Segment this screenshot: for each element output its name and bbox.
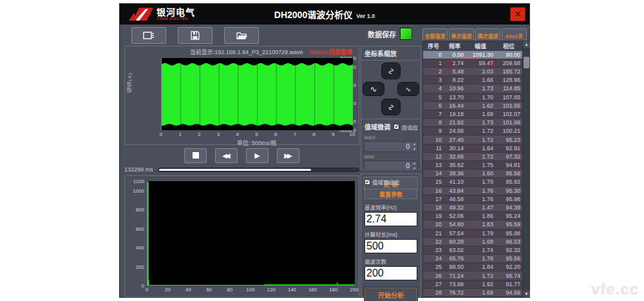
scroll-down-icon[interactable]: ▼ [523, 291, 530, 297]
table-cell: 1.66 [466, 77, 495, 83]
table-cell: 17 [423, 196, 444, 202]
open-file-button[interactable] [224, 27, 259, 44]
table-cell: 1.72 [466, 273, 495, 279]
table-cell: 1.86 [466, 213, 495, 219]
table-row[interactable]: 38.221.66128.96 [423, 76, 522, 84]
table-row[interactable]: 25.482.03165.72 [423, 68, 522, 76]
adaptive-checkbox[interactable]: ✓ 自适应 [393, 123, 418, 131]
table-row[interactable]: 1335.621.7594.81 [423, 161, 522, 170]
table-row[interactable]: 1027.401.7295.23 [423, 135, 522, 144]
table-row[interactable]: 2054.801.8395.59 [423, 220, 522, 229]
table-row[interactable]: 1541.101.7095.92 [423, 178, 522, 186]
table-cell: 35.62 [444, 162, 466, 168]
col-header-phase: 相位 [495, 42, 522, 50]
x-tick-label: 0 [146, 287, 148, 293]
x-tick-label: 1 [178, 131, 181, 137]
spinner-down-icon: ▼ [413, 167, 416, 170]
col-header-amplitude: 幅值 [466, 42, 495, 50]
rewind-button[interactable]: ◀◀ [215, 148, 238, 163]
table-row[interactable]: 2773.981.9291.77 [423, 280, 522, 289]
table-cell: 68.50 [444, 264, 466, 270]
table-row[interactable]: 1438.361.6095.56 [423, 170, 522, 178]
table-row[interactable]: 1130.141.6492.91 [423, 144, 522, 153]
table-row[interactable]: 00.001091.3090.00 [423, 51, 522, 59]
reset-params-button[interactable]: 重置参数 [365, 189, 417, 199]
fast-forward-button[interactable]: ▶▶ [277, 148, 299, 163]
table-cell: 97.32 [495, 153, 522, 160]
table-cell: 94.69 [495, 289, 522, 296]
table-cell: 26 [423, 273, 444, 279]
close-button[interactable]: ✕ [510, 7, 526, 21]
table-row[interactable]: 924.661.72100.21 [423, 127, 522, 135]
zoom-x-shrink-button[interactable]: ∿ [397, 82, 419, 96]
table-row[interactable]: 1643.841.7695.30 [423, 187, 522, 195]
scroll-up-icon[interactable]: ▲ [523, 41, 530, 48]
zoom-y-shrink-button[interactable]: ∿ [381, 99, 401, 115]
save-button[interactable] [178, 27, 213, 44]
folder-open-icon [236, 32, 247, 40]
table-row[interactable]: 513.701.70107.65 [423, 93, 522, 102]
sine-wave-icon: ∿ [386, 104, 396, 111]
table-cell: 76.72 [444, 289, 466, 296]
min-spinner[interactable]: ▲ ▼ [413, 162, 416, 170]
table-cell: 91.77 [495, 281, 522, 287]
table-cell: 1.68 [466, 238, 495, 245]
table-cell: 1.79 [466, 230, 495, 237]
elapsed-time-label: 132299 ms [124, 166, 158, 173]
table-cell: 54.80 [444, 221, 466, 228]
max-value-input[interactable]: 0 ▲ ▼ [364, 141, 418, 152]
play-button[interactable]: ▶ [246, 148, 269, 163]
y-tick-label: 1000 [126, 188, 144, 194]
table-cell: 1.69 [466, 111, 495, 117]
save-icon [191, 31, 200, 40]
table-row[interactable]: 2363.021.7492.32 [423, 246, 522, 255]
fundamental-freq-input[interactable] [365, 212, 417, 226]
table-row[interactable]: 821.921.73101.99 [423, 119, 522, 127]
harmonic-count-input[interactable] [365, 266, 417, 280]
table-row[interactable]: 2671.241.7295.74 [423, 271, 522, 280]
range-adaptive-checkbox[interactable]: ✓ 值域自适应 [365, 178, 417, 186]
x-tick-label: 10 [350, 131, 355, 137]
status-label: Status: [309, 49, 329, 55]
stop-button[interactable] [184, 148, 207, 163]
data-save-indicator-led [400, 28, 412, 40]
table-row[interactable]: 2465.761.7895.56 [423, 255, 522, 263]
device-connect-button[interactable] [131, 27, 166, 44]
min-value-input[interactable]: 0 ▲ ▼ [364, 160, 418, 171]
table-row[interactable]: 2876.721.6994.69 [423, 289, 522, 297]
table-row[interactable]: 616.441.62102.65 [423, 102, 522, 110]
table-cell: 1.78 [466, 255, 495, 262]
table-row[interactable]: 1849.321.4794.39 [423, 204, 522, 212]
table-cell: 1.72 [466, 137, 495, 143]
table-cell: 114.85 [495, 85, 522, 92]
max-spinner[interactable]: ▲ ▼ [413, 142, 416, 151]
table-cell: 94.81 [495, 162, 522, 168]
x-tick-label: 60 [206, 287, 212, 293]
table-row[interactable]: 2568.501.8492.20 [423, 263, 522, 271]
calc-duration-input[interactable] [365, 239, 417, 253]
table-cell: 1.64 [466, 145, 495, 151]
table-cell: 13.70 [444, 94, 466, 101]
table-row[interactable]: 410.961.73114.85 [423, 84, 522, 93]
harmonics-table: 序号 频率 幅值 相位 00.001091.3090.0012.7459.472… [422, 41, 530, 298]
table-row[interactable]: 1952.061.8695.24 [423, 212, 522, 220]
zoom-y-expand-button[interactable]: ∿ [381, 63, 401, 79]
table-row[interactable]: 2157.541.7995.98 [423, 229, 522, 238]
sine-wave-icon: ∿ [406, 86, 411, 93]
start-analysis-button[interactable]: 开始分析 [365, 287, 417, 301]
scrollbar-thumb[interactable] [524, 57, 529, 68]
x-tick-label: 2 [198, 131, 200, 137]
status-value: 回放暂停 [329, 49, 352, 55]
table-row[interactable]: 719.181.69102.07 [423, 110, 522, 119]
table-row[interactable]: 12.7459.47209.68 [423, 59, 522, 68]
table-row[interactable]: 1232.881.7297.32 [423, 153, 522, 161]
playback-slider[interactable] [158, 168, 359, 172]
table-scrollbar[interactable]: ▲ ▼ [522, 41, 529, 297]
table-cell: 12 [423, 153, 444, 160]
table-row[interactable]: 2260.281.6896.53 [423, 238, 522, 246]
zoom-x-expand-button[interactable]: ∿ [363, 82, 384, 96]
table-cell: 1 [423, 60, 444, 66]
table-cell: 94.39 [495, 204, 522, 211]
table-row[interactable]: 1746.581.7695.98 [423, 195, 522, 204]
table-cell: 1.73 [466, 119, 495, 126]
